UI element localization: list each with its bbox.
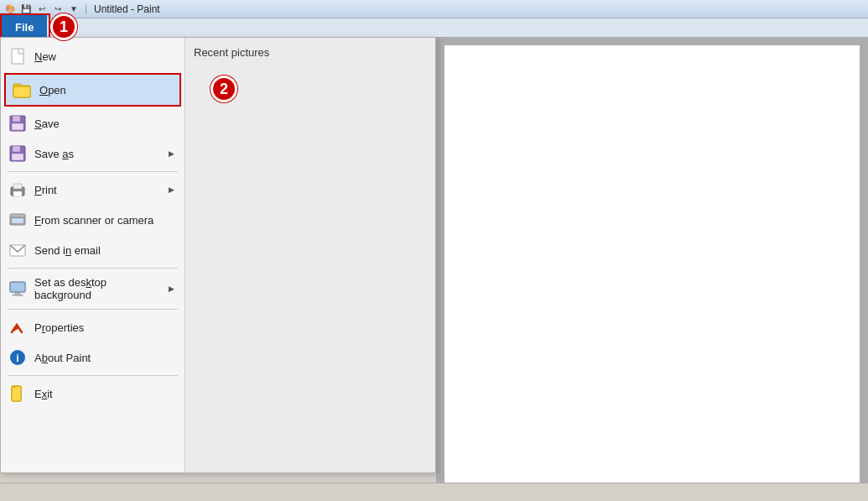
email-icon xyxy=(8,240,28,260)
svg-rect-25 xyxy=(12,386,21,401)
save-icon xyxy=(8,113,28,133)
window-title: Untitled - Paint xyxy=(94,3,160,15)
svg-rect-0 xyxy=(12,49,23,64)
desktop-label: Set as desktop background xyxy=(34,276,162,301)
file-menu-right-panel: Recent pictures 2 xyxy=(185,38,435,472)
saveas-icon xyxy=(8,144,28,164)
menu-item-email[interactable]: Send in email xyxy=(1,235,185,265)
menu-item-scanner[interactable]: From scanner or camera xyxy=(1,205,185,235)
dropdown-icon[interactable]: ▼ xyxy=(67,3,81,16)
svg-rect-8 xyxy=(13,146,20,152)
menu-item-exit[interactable]: Exit xyxy=(1,378,185,409)
open-item-wrapper: Open xyxy=(4,73,181,107)
new-label: New xyxy=(34,50,178,63)
saveas-arrow: ▶ xyxy=(169,149,174,158)
properties-label: Properties xyxy=(34,321,178,334)
menu-item-open[interactable]: Open xyxy=(6,75,179,105)
save-label: Save xyxy=(34,117,178,130)
print-label: Print xyxy=(34,184,162,196)
svg-rect-3 xyxy=(13,86,30,97)
desktop-icon xyxy=(8,279,28,299)
svg-rect-12 xyxy=(13,191,22,196)
menu-item-about[interactable]: i About Paint xyxy=(1,342,185,373)
recent-pictures-title: Recent pictures xyxy=(194,46,427,59)
svg-rect-20 xyxy=(13,295,23,296)
toolbar-divider xyxy=(86,4,86,14)
step-1-badge: 1 xyxy=(50,13,77,40)
title-bar: 🎨 💾 ↩ ↪ ▼ Untitled - Paint xyxy=(0,0,868,18)
svg-rect-15 xyxy=(12,218,23,223)
saveas-label: Save as xyxy=(34,148,162,160)
svg-rect-16 xyxy=(10,214,25,217)
scanner-icon xyxy=(8,210,28,230)
svg-rect-11 xyxy=(13,184,22,189)
svg-rect-5 xyxy=(13,116,20,122)
svg-rect-13 xyxy=(21,188,23,190)
menu-item-saveas[interactable]: Save as ▶ xyxy=(1,138,185,169)
separator-3 xyxy=(8,309,178,310)
about-label: About Paint xyxy=(34,352,178,364)
separator-4 xyxy=(8,375,178,376)
svg-rect-18 xyxy=(10,282,25,292)
exit-icon xyxy=(8,384,28,404)
menu-item-print[interactable]: Print ▶ xyxy=(1,175,185,205)
status-bar xyxy=(0,483,868,501)
svg-rect-6 xyxy=(12,123,23,130)
file-menu-left-panel: New Open xyxy=(1,38,185,472)
svg-text:i: i xyxy=(16,352,18,364)
email-label: Send in email xyxy=(34,244,178,257)
canvas-white xyxy=(444,45,860,483)
file-button[interactable]: File xyxy=(2,15,47,39)
step-2-badge: 2 xyxy=(211,76,237,102)
exit-label: Exit xyxy=(34,388,178,400)
menu-item-new[interactable]: New xyxy=(1,41,185,71)
open-label: Open xyxy=(39,84,173,97)
desktop-arrow: ▶ xyxy=(169,284,174,293)
separator-2 xyxy=(8,268,178,269)
properties-icon xyxy=(8,317,28,337)
about-icon: i xyxy=(8,347,28,368)
new-icon xyxy=(8,46,28,66)
print-icon xyxy=(8,180,28,200)
file-menu-dropdown: New Open xyxy=(0,37,436,473)
separator-1 xyxy=(8,171,178,172)
print-arrow: ▶ xyxy=(169,185,174,194)
scanner-label: From scanner or camera xyxy=(34,214,178,227)
menu-item-properties[interactable]: Properties xyxy=(1,312,185,342)
open-icon xyxy=(13,80,33,100)
menu-item-desktop[interactable]: Set as desktop background ▶ xyxy=(1,271,185,306)
menu-item-save[interactable]: Save xyxy=(1,108,185,138)
svg-rect-9 xyxy=(12,154,23,160)
canvas-area-right xyxy=(436,37,868,501)
